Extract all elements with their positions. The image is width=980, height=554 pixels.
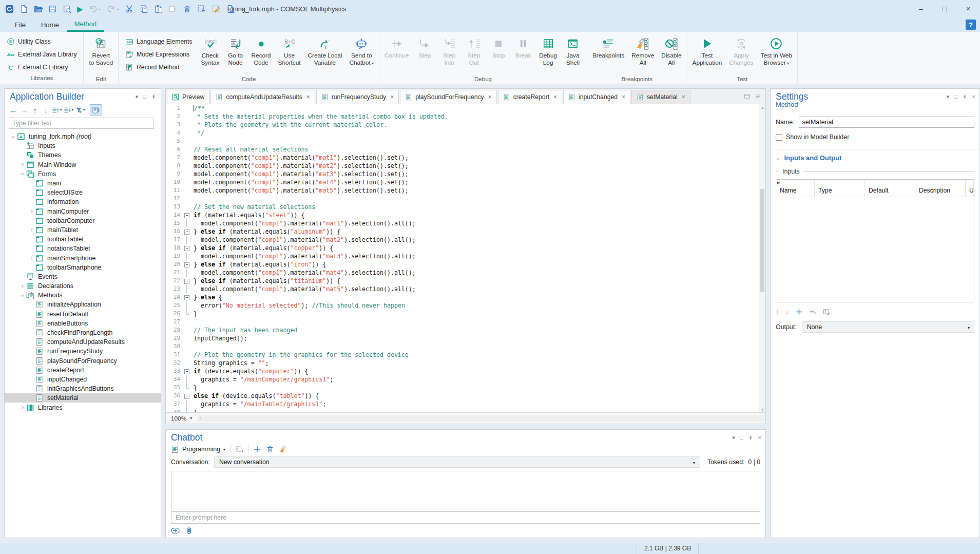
prompt-input[interactable] — [171, 514, 760, 521]
select-objects-button[interactable] — [195, 2, 208, 15]
dropdown-caret-icon[interactable]: ⌄ — [98, 7, 102, 11]
move-up-icon[interactable]: ↑ — [776, 308, 779, 315]
tree-item-checkfindpronglength[interactable]: checkFindProngLength — [5, 328, 161, 337]
delete-conversation-button[interactable] — [266, 445, 274, 453]
close-icon[interactable]: × — [758, 435, 761, 441]
tree-item-resettodefault[interactable]: resetToDefault — [5, 310, 161, 319]
tree-item-inputchanged[interactable]: inputChanged — [5, 375, 161, 384]
filter-button[interactable]: ▾ — [75, 105, 85, 115]
run-application-button[interactable]: ▶ — [75, 2, 85, 15]
tree-item-maincomputer[interactable]: mainComputer — [5, 207, 161, 216]
close-button[interactable]: × — [956, 0, 980, 17]
edit-table-button[interactable] — [823, 308, 831, 316]
column-header-default[interactable]: Default — [865, 180, 915, 197]
cut-button[interactable] — [123, 2, 136, 15]
close-tab-icon[interactable]: × — [306, 93, 310, 101]
attach-file-button[interactable] — [185, 526, 194, 535]
tree-item-playsoundforfrequency[interactable]: playSoundForFrequency — [5, 356, 161, 366]
add-input-button[interactable] — [795, 308, 803, 316]
tree-item-tuning-fork-mph[interactable]: Atuning_fork.mph(root) — [5, 132, 161, 141]
horizontal-scrollbar[interactable]: ‹ — [198, 415, 764, 422]
fold-toggle-icon[interactable] — [183, 293, 190, 301]
breakpoints-button[interactable]: Breakpoints — [589, 34, 628, 76]
tree-item-declarations[interactable]: Declarations — [5, 281, 161, 291]
panel-menu-icon[interactable]: ▾ — [946, 94, 949, 100]
column-header-unit[interactable]: Unit — [966, 180, 974, 197]
open-file-button[interactable] — [32, 2, 45, 15]
new-conversation-button[interactable] — [253, 445, 261, 453]
delete-input-button[interactable] — [809, 308, 817, 316]
column-header-description[interactable]: Description — [915, 180, 966, 197]
dropdown-caret-icon[interactable]: ▾ — [83, 108, 85, 112]
pin-icon[interactable] — [748, 435, 754, 441]
model-expressions-button[interactable]: a=Model Expressions — [123, 48, 194, 60]
external-java-library-button[interactable]: JavaExternal Java Library — [5, 48, 79, 60]
method-name-input[interactable] — [799, 117, 975, 128]
tree-item-createreport[interactable]: createReport — [5, 366, 161, 375]
collapse-all-button[interactable]: ▾ — [52, 105, 62, 115]
tree-item-themes[interactable]: Themes — [5, 150, 161, 160]
expand-all-button[interactable]: ▾ — [64, 105, 74, 115]
duplicate-button[interactable] — [166, 2, 179, 15]
use-shortcut-button[interactable]: B+CUse Shortcut — [275, 34, 304, 76]
model-data-access-toggle[interactable] — [90, 104, 102, 116]
go-to-node-button[interactable]: Go to Node — [223, 34, 248, 76]
expander-icon[interactable] — [9, 135, 17, 139]
tree-item-selectuisize[interactable]: selectUISize — [5, 188, 161, 197]
tree-item-initializeapplication[interactable]: initializeApplication — [5, 300, 161, 309]
save-application-button[interactable] — [61, 2, 73, 15]
check-syntax-button[interactable]: [ABC]Check Syntax — [197, 34, 223, 76]
move-up-button[interactable]: ↑ — [30, 105, 40, 115]
revert-to-saved-button[interactable]: Revert to Saved — [85, 34, 117, 76]
column-header-name[interactable]: ▸▸Name — [776, 180, 815, 197]
editor-tab-createreport[interactable]: createReport× — [498, 90, 562, 104]
remove-all-button[interactable]: Remove All — [628, 34, 658, 76]
dropdown-caret-icon[interactable]: ⌄ — [116, 7, 120, 11]
tree-item-forms[interactable]: Forms — [5, 169, 161, 179]
help-button[interactable]: ? — [966, 20, 976, 30]
close-tab-icon[interactable]: × — [682, 93, 685, 101]
scroll-down-icon[interactable]: ▼ — [759, 406, 765, 412]
tree-item-toolbarsmartphone[interactable]: toolbarSmartphone — [5, 263, 161, 272]
editor-tab-inputchanged[interactable]: inputChanged× — [563, 90, 630, 104]
float-icon[interactable]: □ — [740, 435, 743, 441]
java-shell-button[interactable]: Java Shell — [561, 34, 585, 76]
insert-code-button[interactable] — [235, 445, 243, 453]
new-file-button[interactable] — [17, 2, 30, 15]
expander-icon[interactable] — [18, 284, 26, 289]
maximize-button[interactable]: □ — [933, 0, 956, 17]
tree-item-maintablet[interactable]: mainTablet — [5, 225, 161, 235]
tree-item-main[interactable]: main — [5, 179, 161, 188]
tree-item-events[interactable]: Events — [5, 272, 161, 281]
undo-button[interactable]: ⌄ — [87, 2, 104, 15]
minimize-button[interactable]: – — [909, 0, 933, 17]
expander-icon[interactable] — [27, 227, 35, 232]
editor-split-icon[interactable] — [744, 93, 751, 100]
tree-item-mainsmartphone[interactable]: mainSmartphone — [5, 253, 161, 262]
fold-toggle-icon[interactable] — [183, 277, 190, 285]
tree-item-enablebuttons[interactable]: enableButtons — [5, 319, 161, 328]
tree-item-toolbarcomputer[interactable]: toolbarComputer — [5, 216, 161, 225]
editor-tab-computeandupdateresults[interactable]: computeAndUpdateResults× — [210, 90, 315, 104]
external-c-library-button[interactable]: CExternal C Library — [5, 61, 79, 73]
output-dropdown[interactable]: None ▾ — [802, 321, 974, 333]
back-button[interactable]: ← — [9, 105, 18, 115]
vertical-scrollbar[interactable]: ▲ ▼ — [759, 104, 765, 412]
record-code-button[interactable]: ●Record Code — [248, 34, 275, 76]
expander-icon[interactable] — [27, 209, 35, 214]
expander-icon[interactable] — [18, 171, 26, 176]
paste-button[interactable] — [152, 2, 165, 15]
send-to-chatbot-button[interactable]: Send to Chatbot ▾ — [345, 34, 377, 76]
pin-icon[interactable] — [151, 94, 157, 100]
tree-item-main-window[interactable]: Main Window — [5, 160, 161, 169]
menu-tab-method[interactable]: Method — [67, 17, 104, 32]
move-down-icon[interactable]: ↓ — [785, 308, 789, 315]
chatbot-mode-dropdown[interactable]: Programming ▾ — [171, 445, 225, 453]
test-application-button[interactable]: Test Application — [689, 34, 726, 76]
conversation-dropdown[interactable]: New conversation ▾ — [214, 456, 700, 468]
dropdown-caret-icon[interactable]: ▾ — [72, 108, 74, 112]
utility-class-button[interactable]: Utility Class — [5, 35, 79, 47]
editor-tab-playsoundforfrequency[interactable]: playSoundForFrequency× — [400, 90, 496, 104]
float-icon[interactable]: □ — [143, 94, 146, 100]
inputs-table[interactable]: ▸▸NameTypeDefaultDescriptionUnit — [776, 179, 974, 302]
